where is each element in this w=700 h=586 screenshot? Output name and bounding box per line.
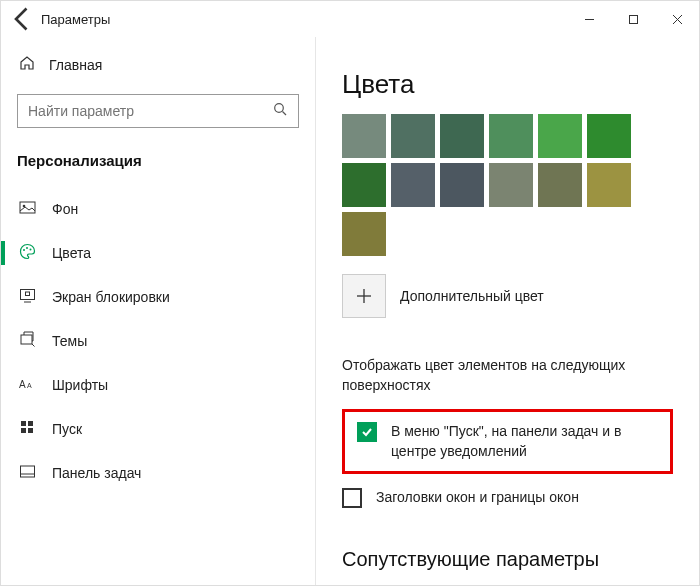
search-icon <box>273 102 288 120</box>
color-swatch[interactable] <box>391 114 435 158</box>
opt2-label: Заголовки окон и границы окон <box>376 488 579 508</box>
checkbox-start-taskbar[interactable] <box>357 422 377 442</box>
nav-label: Экран блокировки <box>52 289 170 305</box>
sidebar-item-lockscreen[interactable]: Экран блокировки <box>17 275 299 319</box>
nav-label: Фон <box>52 201 78 217</box>
color-swatch[interactable] <box>538 114 582 158</box>
minimize-button[interactable] <box>567 1 611 37</box>
nav-label: Пуск <box>52 421 82 437</box>
color-swatches <box>342 114 642 256</box>
color-swatch[interactable] <box>440 163 484 207</box>
picture-icon <box>19 199 36 219</box>
nav-label: Шрифты <box>52 377 108 393</box>
svg-point-6 <box>23 249 25 251</box>
sidebar-item-themes[interactable]: Темы <box>17 319 299 363</box>
sidebar-heading: Персонализация <box>17 152 299 169</box>
add-color-label: Дополнительный цвет <box>400 288 544 304</box>
svg-rect-16 <box>28 421 33 426</box>
search-input[interactable] <box>28 103 273 119</box>
svg-rect-1 <box>629 15 637 23</box>
svg-rect-17 <box>21 428 26 433</box>
sidebar-item-background[interactable]: Фон <box>17 187 299 231</box>
color-swatch[interactable] <box>538 163 582 207</box>
maximize-button[interactable] <box>611 1 655 37</box>
color-swatch[interactable] <box>440 114 484 158</box>
svg-rect-12 <box>21 335 32 344</box>
fonts-icon: AA <box>19 375 36 395</box>
lockscreen-icon <box>19 287 36 307</box>
sidebar-item-fonts[interactable]: AA Шрифты <box>17 363 299 407</box>
page-title: Цвета <box>342 69 673 100</box>
color-swatch[interactable] <box>391 163 435 207</box>
back-button[interactable] <box>9 5 37 33</box>
start-icon <box>19 419 36 439</box>
home-label: Главная <box>49 57 102 73</box>
add-color-button[interactable] <box>342 274 386 318</box>
svg-text:A: A <box>19 379 26 390</box>
svg-rect-15 <box>21 421 26 426</box>
nav-label: Цвета <box>52 245 91 261</box>
related-heading: Сопутствующие параметры <box>342 548 673 571</box>
palette-icon <box>19 243 36 263</box>
taskbar-icon <box>19 463 36 483</box>
content-pane: Цвета Дополнительный цвет Отображать цве… <box>316 37 699 585</box>
svg-point-2 <box>275 104 284 113</box>
close-button[interactable] <box>655 1 699 37</box>
color-swatch[interactable] <box>342 163 386 207</box>
svg-text:A: A <box>27 382 32 389</box>
color-swatch[interactable] <box>342 114 386 158</box>
svg-point-8 <box>30 249 32 251</box>
color-swatch[interactable] <box>489 163 533 207</box>
svg-point-7 <box>26 247 28 249</box>
svg-rect-9 <box>21 290 35 300</box>
color-swatch[interactable] <box>587 114 631 158</box>
checkbox-titlebars[interactable] <box>342 488 362 508</box>
nav-label: Темы <box>52 333 87 349</box>
home-icon <box>19 55 35 74</box>
svg-rect-19 <box>21 466 35 477</box>
sidebar-item-taskbar[interactable]: Панель задач <box>17 451 299 495</box>
svg-rect-11 <box>26 292 30 296</box>
color-swatch[interactable] <box>587 163 631 207</box>
color-swatch[interactable] <box>489 114 533 158</box>
color-swatch[interactable] <box>342 212 386 256</box>
svg-rect-4 <box>20 202 35 213</box>
window-title: Параметры <box>41 12 110 27</box>
surfaces-heading: Отображать цвет элементов на следующих п… <box>342 356 673 395</box>
titlebar: Параметры <box>1 1 699 37</box>
themes-icon <box>19 331 36 351</box>
svg-line-3 <box>283 112 287 116</box>
sidebar-item-start[interactable]: Пуск <box>17 407 299 451</box>
sidebar-item-colors[interactable]: Цвета <box>17 231 299 275</box>
search-input-wrap[interactable] <box>17 94 299 128</box>
home-link[interactable]: Главная <box>19 55 299 74</box>
sidebar: Главная Персонализация Фон Цвета Экран б… <box>1 37 316 585</box>
svg-rect-18 <box>28 428 33 433</box>
nav-label: Панель задач <box>52 465 141 481</box>
highlight-box: В меню "Пуск", на панели задач и в центр… <box>342 409 673 474</box>
opt1-label: В меню "Пуск", на панели задач и в центр… <box>391 422 658 461</box>
